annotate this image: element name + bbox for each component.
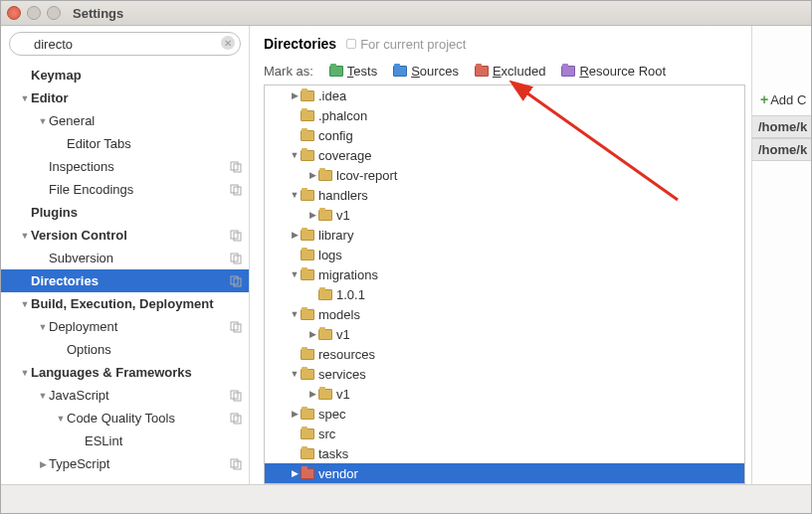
directory-tree-row[interactable]: ▶v1: [265, 205, 744, 225]
directory-name: spec: [318, 407, 345, 422]
mark-as-excluded[interactable]: Excluded: [475, 64, 545, 79]
sidebar-item-label: File Encodings: [49, 182, 225, 197]
folder-icon: [318, 289, 332, 300]
expand-arrow-icon[interactable]: ▶: [37, 459, 49, 469]
sidebar-item[interactable]: Keymap: [1, 64, 249, 86]
directory-tree-row[interactable]: ▼models: [265, 304, 744, 324]
directory-tree-row[interactable]: ▶lcov-report: [265, 165, 744, 185]
sidebar-item-label: TypeScript: [49, 456, 225, 471]
expand-arrow-icon[interactable]: ▶: [289, 409, 301, 419]
sidebar-item[interactable]: ▼Version Control: [1, 224, 249, 247]
folder-icon: [318, 389, 332, 400]
sidebar-item[interactable]: File Encodings: [1, 178, 249, 201]
center-panel: Directories For current project Mark as:…: [250, 26, 751, 484]
directory-tree-row[interactable]: ▶.idea: [265, 86, 744, 105]
directory-tree-row[interactable]: .phalcon: [265, 105, 744, 125]
sidebar-item[interactable]: ▼Code Quality Tools: [1, 407, 249, 429]
expand-arrow-icon[interactable]: ▶: [289, 90, 301, 100]
directory-tree-row[interactable]: config: [265, 125, 744, 145]
directory-name: v1: [336, 208, 350, 223]
search-wrap: ✕: [1, 26, 249, 64]
expand-arrow-icon[interactable]: ▼: [55, 414, 67, 424]
minimize-icon[interactable]: [27, 6, 41, 20]
directory-name: handlers: [318, 188, 368, 203]
expand-arrow-icon[interactable]: ▼: [19, 231, 31, 241]
sidebar-item[interactable]: ▼JavaScript: [1, 384, 249, 407]
expand-arrow-icon[interactable]: ▼: [19, 368, 31, 378]
directory-tree-row[interactable]: resources: [265, 344, 744, 364]
close-icon[interactable]: [7, 6, 21, 20]
sidebar-item[interactable]: ESLint: [1, 429, 249, 452]
add-content-root-button[interactable]: + Add C: [752, 89, 811, 115]
sidebar-item[interactable]: ▼Languages & Frameworks: [1, 361, 249, 384]
directory-tree-row[interactable]: ▼services: [265, 364, 744, 384]
expand-arrow-icon[interactable]: ▶: [306, 389, 318, 399]
expand-arrow-icon[interactable]: ▶: [306, 210, 318, 220]
directory-tree-row[interactable]: src: [265, 424, 744, 443]
sidebar-item[interactable]: ▼Build, Execution, Deployment: [1, 292, 249, 315]
directory-name: .idea: [318, 88, 346, 103]
settings-tree: Keymap▼Editor▼GeneralEditor TabsInspecti…: [1, 64, 249, 484]
project-scope-icon: [346, 39, 356, 49]
directory-tree-row[interactable]: ▶v1: [265, 384, 744, 404]
sidebar-item[interactable]: ▼Deployment: [1, 315, 249, 338]
directory-tree-row[interactable]: 1.0.1: [265, 284, 744, 304]
expand-arrow-icon[interactable]: ▼: [289, 369, 301, 379]
directory-tree-row[interactable]: ▶vendor: [265, 463, 744, 483]
directory-tree-row[interactable]: ▶library: [265, 225, 744, 245]
sidebar-item[interactable]: ▼Editor: [1, 86, 249, 109]
sidebar-item[interactable]: ▶TypeScript: [1, 452, 249, 475]
directory-tree-row[interactable]: tasks: [265, 443, 744, 463]
expand-arrow-icon[interactable]: ▼: [37, 322, 49, 332]
sidebar-item-label: JavaScript: [49, 388, 225, 403]
expand-arrow-icon[interactable]: ▼: [37, 116, 49, 126]
sidebar-item[interactable]: Plugins: [1, 201, 249, 224]
expand-arrow-icon[interactable]: ▼: [289, 269, 301, 279]
sidebar-item-label: Directories: [31, 273, 225, 288]
directory-tree-panel: ▶.idea.phalconconfig▼coverage▶lcov-repor…: [264, 85, 745, 484]
directory-name: 1.0.1: [336, 287, 365, 302]
mark-as-tests[interactable]: Tests: [329, 64, 377, 79]
maximize-icon[interactable]: [47, 6, 61, 20]
sidebar-item-label: Build, Execution, Deployment: [31, 296, 243, 311]
sidebar-item[interactable]: ▼General: [1, 109, 249, 132]
expand-arrow-icon[interactable]: ▶: [306, 329, 318, 339]
sidebar-item[interactable]: Editor Tabs: [1, 132, 249, 155]
content-root-path[interactable]: /home/k: [752, 115, 811, 138]
directory-name: resources: [318, 347, 375, 362]
mark-as-label: Mark as:: [264, 64, 313, 79]
project-scope-icon: [229, 229, 243, 243]
mark-as-resource-root[interactable]: Resource Root: [561, 64, 666, 79]
folder-icon: [561, 66, 575, 77]
content-root-path[interactable]: /home/k: [752, 138, 811, 161]
directory-tree-row[interactable]: ▶spec: [265, 404, 744, 424]
sidebar-item[interactable]: Subversion: [1, 247, 249, 269]
main-panel: Directories For current project Mark as:…: [250, 26, 811, 484]
folder-icon: [301, 409, 314, 420]
sidebar-item[interactable]: Directories: [1, 269, 249, 292]
folder-icon: [318, 329, 332, 340]
mark-as-sources[interactable]: Sources: [393, 64, 459, 79]
project-scope-icon: [229, 160, 243, 174]
expand-arrow-icon[interactable]: ▼: [289, 150, 301, 160]
search-input[interactable]: [9, 32, 241, 56]
expand-arrow-icon[interactable]: ▼: [289, 309, 301, 319]
directory-tree: ▶.idea.phalconconfig▼coverage▶lcov-repor…: [265, 86, 744, 483]
expand-arrow-icon[interactable]: ▼: [19, 299, 31, 309]
expand-arrow-icon[interactable]: ▼: [37, 391, 49, 401]
directory-tree-row[interactable]: ▼handlers: [265, 185, 744, 205]
directory-tree-row[interactable]: logs: [265, 245, 744, 264]
expand-arrow-icon[interactable]: ▼: [19, 93, 31, 103]
directory-tree-row[interactable]: ▼coverage: [265, 145, 744, 165]
sidebar-item[interactable]: Options: [1, 338, 249, 361]
expand-arrow-icon[interactable]: ▼: [289, 190, 301, 200]
expand-arrow-icon[interactable]: ▶: [306, 170, 318, 180]
folder-icon: [393, 66, 407, 77]
directory-tree-row[interactable]: ▼migrations: [265, 264, 744, 284]
clear-search-icon[interactable]: ✕: [221, 36, 235, 50]
expand-arrow-icon[interactable]: ▶: [289, 468, 301, 478]
directory-tree-row[interactable]: ▶v1: [265, 324, 744, 344]
sidebar-item[interactable]: Inspections: [1, 155, 249, 178]
folder-icon: [301, 428, 314, 439]
expand-arrow-icon[interactable]: ▶: [289, 230, 301, 240]
